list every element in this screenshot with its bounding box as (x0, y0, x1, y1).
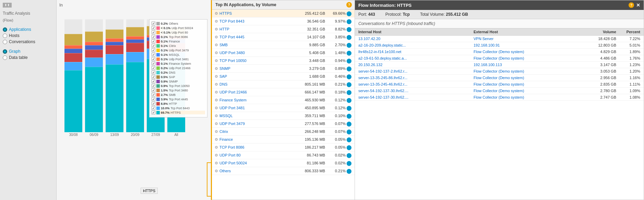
legend-item-7[interactable]: ✓ 0.1% MSSQL (152, 53, 205, 57)
legend-check-9[interactable]: ✓ (152, 62, 155, 65)
legend-item-6[interactable]: ✓ 0.1% Udp Port 3479 (152, 48, 205, 52)
legend-check-20[interactable]: ✓ (152, 111, 155, 114)
bar-segment-http[interactable] (106, 45, 123, 54)
legend-check-2[interactable]: ✓ (152, 30, 155, 34)
bar-segment-tcp4445[interactable] (106, 42, 123, 45)
flow-external-8[interactable]: Flow Collector (Demo system) (474, 89, 589, 93)
bar-segment-other[interactable] (126, 27, 144, 36)
apps-row-17[interactable]: ⚙ TCP Port 8086 186.217 MB 0.05% ⬤ (212, 143, 355, 151)
flow-row-7[interactable]: server-13-35-245-46.lhr62.r... Flow Coll… (355, 81, 644, 88)
bar-segment-other[interactable] (106, 29, 123, 38)
flow-internal-2[interactable]: lhr48s12-in-f14.1e100.net (358, 50, 474, 54)
legend-item-2[interactable]: ✓ < 0.1% Udp Port 80 (152, 30, 205, 34)
app-name-5[interactable]: UDP Port 3480 (219, 51, 294, 55)
flow-internal-8[interactable]: server-54-192-137-30.lhr62.... (358, 89, 474, 93)
app-name-0[interactable]: HTTPS (219, 11, 294, 15)
legend-check-19[interactable]: ✓ (152, 106, 155, 110)
radio-applications[interactable]: Applications (3, 27, 53, 32)
legend-item-0[interactable]: ✓ 0.2% Others (152, 22, 205, 25)
bar-segment-tcp4445[interactable] (126, 39, 144, 43)
app-circle-19[interactable]: ⬤ (346, 160, 352, 166)
app-name-18[interactable]: UDP Port 80 (219, 153, 294, 157)
legend-item-18[interactable]: ✓ 8.8% HTTP (152, 102, 205, 105)
bar-segment-smb[interactable] (106, 38, 123, 42)
apps-row-11[interactable]: ⚙ Finance System 465.930 MB 0.12% ⬤ (212, 96, 355, 104)
apps-row-16[interactable]: ⚙ Finance 195.136 MB 0.05% ⬤ (212, 136, 355, 143)
apps-row-3[interactable]: ⚙ TCP Port 4445 14.107 GB 3.85% ⬤ (212, 33, 355, 41)
flow-help-button[interactable]: ? (629, 2, 634, 8)
flow-row-2[interactable]: lhr48s12-in-f14.1e100.net Flow Collector… (355, 49, 644, 55)
flow-internal-9[interactable]: server-54-192-137-30.lhr62.... (358, 95, 474, 99)
legend-item-14[interactable]: ✓ 0.9% Tcp Port 10050 (152, 84, 205, 88)
app-circle-11[interactable]: ⬤ (346, 97, 352, 103)
bar-segment-rest[interactable] (126, 19, 144, 27)
bar-segment-rest[interactable] (85, 19, 103, 32)
apps-row-5[interactable]: ⚙ UDP Port 3480 5.408 GB 1.48% ⬤ (212, 49, 355, 57)
apps-row-20[interactable]: ⚙ Others 806.333 MB 0.21% ⬤ (212, 167, 355, 175)
legend-check-14[interactable]: ✓ (152, 84, 155, 88)
app-name-19[interactable]: UDP Port 50024 (219, 161, 294, 165)
flow-external-3[interactable]: Flow Collector (Demo system) (474, 56, 589, 60)
flow-internal-4[interactable]: 20.150.26.132 (358, 63, 474, 67)
legend-check-8[interactable]: ✓ (152, 57, 155, 61)
radio-conversations[interactable]: Conversations (3, 39, 53, 44)
legend-check-10[interactable]: ✓ (152, 66, 155, 70)
bar-segment-http[interactable] (85, 50, 103, 58)
apps-row-15[interactable]: ⚙ Citrix 266.248 MB 0.07% ⬤ (212, 128, 355, 136)
legend-item-16[interactable]: ✓ 2.7% SMB (152, 93, 205, 97)
app-name-7[interactable]: SNMP (219, 66, 294, 71)
flow-row-6[interactable]: server-13-35-245-86.lhr62.r... Flow Coll… (355, 75, 644, 81)
legend-item-8[interactable]: ✓ 0.1% Udp Port 3481 (152, 57, 205, 61)
app-circle-2[interactable]: ⬤ (346, 26, 352, 32)
legend-item-12[interactable]: ✓ 0.5% SAP (152, 75, 205, 79)
app-circle-20[interactable]: ⬤ (346, 168, 352, 174)
app-name-17[interactable]: TCP Port 8086 (219, 145, 294, 149)
bar-segment-https[interactable] (126, 62, 144, 132)
app-name-20[interactable]: Others (219, 169, 294, 173)
legend-check-4[interactable]: ✓ (152, 39, 155, 43)
legend-check-0[interactable]: ✓ (152, 22, 155, 25)
apps-row-13[interactable]: ⚙ MSSQL 359.711 MB 0.10% ⬤ (212, 112, 355, 120)
legend-check-15[interactable]: ✓ (152, 88, 155, 92)
legend-check-17[interactable]: ✓ (152, 97, 155, 101)
flow-internal-6[interactable]: server-13-35-245-86.lhr62.r... (358, 76, 474, 80)
legend-check-5[interactable]: ✓ (152, 44, 155, 48)
app-name-12[interactable]: UDP Port 3481 (219, 106, 294, 110)
app-name-10[interactable]: UDP Port 22466 (219, 90, 294, 94)
flow-row-4[interactable]: 20.150.26.132 192.168.100.113 3.147 GB 1… (355, 62, 644, 68)
legend-check-13[interactable]: ✓ (152, 79, 155, 83)
apps-row-9[interactable]: ⚙ DNS 805.161 MB 0.21% ⬤ (212, 80, 355, 88)
apps-row-14[interactable]: ⚙ UDP Port 3479 277.576 MB 0.07% ⬤ (212, 120, 355, 128)
app-name-11[interactable]: Finance System (219, 98, 294, 102)
bar-segment-http[interactable] (126, 43, 144, 52)
flow-row-8[interactable]: server-54-192-137-30.lhr62.... Flow Coll… (355, 88, 644, 94)
legend-item-5[interactable]: ✓ 0.1% Citrix (152, 44, 205, 48)
flow-external-7[interactable]: Flow Collector (Demo system) (474, 82, 589, 86)
app-circle-14[interactable]: ⬤ (346, 121, 352, 126)
app-circle-16[interactable]: ⬤ (346, 137, 352, 142)
legend-item-19[interactable]: ✓ 10.0% Tcp Port 8443 (152, 106, 205, 110)
flow-internal-5[interactable]: server-54-192-137-2.lhr62.r... (358, 69, 474, 73)
apps-row-1[interactable]: ⚙ TCP Port 8443 36.546 GB 9.97% ⬤ (212, 17, 355, 25)
legend-check-6[interactable]: ✓ (152, 48, 155, 52)
legend-item-3[interactable]: ✓ 0.1% Tcp Port 8086 (152, 35, 205, 39)
apps-row-10[interactable]: ⚙ UDP Port 22466 666.147 MB 0.18% ⬤ (212, 88, 355, 96)
app-circle-0[interactable]: ⬤ (346, 11, 352, 16)
legend-item-1[interactable]: ✓ < 0.1% Udp Port 50024 (152, 26, 205, 30)
bar-segment-other[interactable] (64, 34, 82, 45)
legend-item-20[interactable]: ✓ 69.7% HTTPS (152, 111, 205, 114)
apps-row-4[interactable]: ⚙ SMB 9.885 GB 2.70% ⬤ (212, 41, 355, 49)
app-circle-8[interactable]: ⬤ (346, 74, 352, 79)
flow-external-4[interactable]: 192.168.100.113 (474, 63, 589, 67)
flow-external-1[interactable]: 192.168.100.91 (474, 43, 589, 47)
app-circle-13[interactable]: ⬤ (346, 113, 352, 118)
flow-internal-0[interactable]: 13.107.42.20 (358, 37, 474, 41)
collapse-button[interactable]: ⬆⬆ (3, 3, 12, 8)
legend-check-11[interactable]: ✓ (152, 71, 155, 74)
apps-row-2[interactable]: ⚙ HTTP 32.351 GB 8.82% ⬤ (212, 25, 355, 33)
bar-segment-rest[interactable] (64, 19, 82, 34)
legend-item-15[interactable]: ✓ 1.5% Tcp Port 3480 (152, 88, 205, 92)
bar-segment-smb[interactable] (64, 45, 82, 49)
bar-segment-smb[interactable] (85, 42, 103, 45)
bar-segment-https[interactable] (64, 70, 82, 133)
